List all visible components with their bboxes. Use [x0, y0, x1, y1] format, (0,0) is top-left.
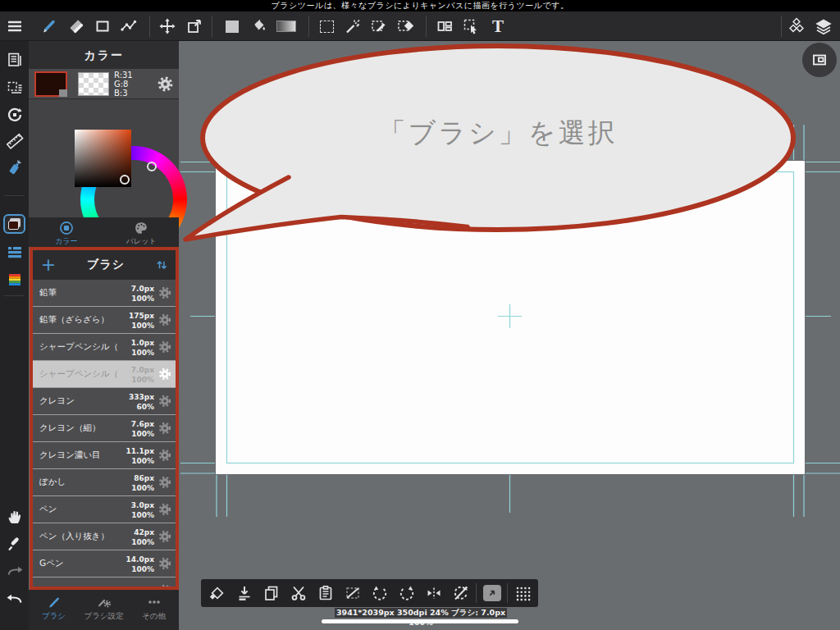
brush-settings-gear-icon[interactable] — [154, 285, 176, 300]
brush-settings-gear-icon[interactable] — [154, 475, 176, 490]
bucket-tool-icon[interactable] — [246, 13, 272, 39]
eyedropper-icon[interactable] — [0, 532, 29, 556]
more-dots-icon — [145, 594, 163, 610]
brush-settings-gear-icon[interactable] — [154, 502, 176, 517]
palette-tab-icon — [132, 220, 150, 236]
brush-row[interactable]: クレヨン（細） 7.6px100% — [33, 415, 176, 442]
left-panel-tabs: ブラシ ブラシ設定 その他 — [29, 590, 179, 630]
brush-settings-gear-icon[interactable] — [154, 394, 176, 409]
brush-row[interactable]: シャープペンシル（HB） 1.0px100% — [33, 334, 176, 361]
add-brush-button[interactable]: + — [33, 251, 64, 279]
brush-settings-gear-icon[interactable] — [154, 448, 176, 463]
brush-row[interactable]: ペン（入り抜き） 42px100% — [33, 523, 176, 550]
transform-select-icon[interactable] — [203, 580, 231, 606]
select-eraser-tool-icon[interactable] — [392, 13, 418, 39]
brush-row[interactable]: 鉛筆 7.0px100% — [33, 280, 176, 307]
brush-settings-gear-icon[interactable] — [154, 421, 176, 436]
move-tool-icon[interactable] — [154, 13, 180, 39]
tab-other[interactable]: その他 — [129, 590, 179, 630]
swatch-row: R:31 G:8 B:3 — [29, 69, 179, 99]
color-tab-icon — [57, 220, 75, 236]
brush-row[interactable]: クレヨン濃い目 11.1px100% — [33, 442, 176, 469]
dots-grid-handle-icon[interactable] — [509, 580, 536, 606]
brush-settings-gear-icon[interactable] — [154, 583, 176, 587]
navigator-button[interactable] — [802, 43, 837, 77]
brush-settings-gear-icon[interactable] — [154, 367, 176, 381]
transparent-color-swatch[interactable] — [78, 72, 109, 96]
palette-colors-panel-icon[interactable] — [0, 267, 29, 292]
deselect-icon[interactable] — [339, 580, 366, 606]
brush-settings-gear-icon[interactable] — [154, 313, 176, 327]
polyline-tool-icon[interactable] — [116, 13, 142, 39]
canvas-viewport[interactable] — [179, 41, 840, 630]
text-tool-icon[interactable]: T — [485, 13, 511, 39]
brush-row-partial[interactable]: 15px — [33, 578, 176, 587]
select-pen-tool-icon[interactable] — [366, 13, 392, 39]
tab-palette[interactable]: パレット — [104, 217, 180, 247]
pages-icon[interactable] — [0, 48, 29, 72]
brush-row[interactable]: Gペン 14.0px100% — [33, 550, 176, 578]
navigator-icon — [810, 50, 829, 70]
rotate-reset-off-icon[interactable] — [447, 580, 474, 606]
rotate-reset-icon[interactable] — [0, 103, 29, 127]
primary-color-swatch[interactable] — [34, 71, 67, 97]
brush-row[interactable]: 鉛筆（ざらざら） 175px100% — [33, 307, 176, 334]
brush-row-selected[interactable]: シャープペンシル（B） 7.0px100% — [33, 361, 176, 388]
brush-list: 鉛筆 7.0px100% 鉛筆（ざらざら） 175px100% シャープペンシル… — [33, 280, 176, 587]
brush-row[interactable]: クレヨン 333px60% — [33, 388, 176, 415]
brush-list-panel-icon[interactable] — [0, 240, 29, 264]
top-toolbar: T — [0, 11, 840, 41]
airbrush-icon[interactable] — [0, 156, 29, 180]
color-wheel[interactable] — [29, 100, 179, 217]
brush-settings-tab-icon — [95, 594, 113, 610]
rotate-cw-icon[interactable] — [393, 580, 420, 606]
cut-scissors-icon[interactable] — [285, 580, 312, 606]
shape-tool-icon[interactable] — [89, 13, 116, 39]
brush-settings-gear-icon[interactable] — [154, 529, 176, 544]
hand-tool-icon[interactable] — [0, 504, 29, 529]
layers-panel-icon[interactable] — [810, 13, 837, 39]
select-rect-tool-icon[interactable] — [313, 13, 340, 39]
sv-marker[interactable] — [120, 175, 130, 185]
brush-settings-gear-icon[interactable] — [154, 340, 176, 354]
brush-panel-title: ブラシ — [64, 258, 148, 272]
marquee-select-icon[interactable] — [0, 75, 29, 100]
brush-settings-gear-icon[interactable] — [154, 556, 176, 571]
brush-row[interactable]: ペン 3.0px100% — [33, 496, 176, 523]
color-settings-gear-icon[interactable] — [157, 75, 174, 96]
ruler-icon[interactable] — [0, 129, 29, 153]
fill-rect-tool-icon[interactable] — [219, 13, 245, 39]
medibang-paint-app: ブラシツールは、様々なブラシによりキャンバスに描画を行うツールです。 — [0, 0, 840, 630]
tab-brush[interactable]: ブラシ — [29, 590, 79, 630]
menu-icon[interactable] — [2, 13, 28, 39]
rgb-r: R:31 — [114, 71, 133, 80]
left-sidebar — [0, 41, 29, 630]
transform-tool-icon[interactable] — [181, 13, 208, 39]
sort-brushes-icon[interactable] — [148, 257, 176, 273]
undo-icon[interactable] — [0, 587, 29, 611]
import-down-icon[interactable] — [231, 580, 258, 606]
home-indicator[interactable] — [322, 619, 518, 623]
gradient-tool-icon[interactable] — [273, 13, 299, 39]
flip-horizontal-icon[interactable] — [420, 580, 447, 606]
eraser-tool-icon[interactable] — [63, 13, 89, 39]
brush-tool-icon[interactable] — [36, 13, 62, 39]
brush-panel-header: + ブラシ — [33, 250, 176, 280]
duplicate-icon[interactable] — [258, 580, 285, 606]
color-swatch-panel-icon[interactable] — [0, 212, 29, 236]
material-panel-icon[interactable] — [783, 13, 810, 39]
image-export-button[interactable] — [478, 580, 505, 606]
magic-wand-tool-icon[interactable] — [340, 13, 366, 39]
tab-brush-settings[interactable]: ブラシ設定 — [79, 590, 129, 630]
hue-marker[interactable] — [147, 162, 157, 171]
rotate-ccw-icon[interactable] — [366, 580, 393, 606]
panel-divide-tool-icon[interactable] — [431, 13, 458, 39]
rgb-readout: R:31 G:8 B:3 — [114, 71, 133, 98]
status-bar: 3941*2039px 350dpi 24% ブラシ: 7.0px 100% — [335, 608, 507, 618]
paste-icon[interactable] — [312, 580, 339, 606]
tab-color[interactable]: カラー — [29, 217, 104, 247]
redo-icon[interactable] — [0, 559, 29, 583]
brush-row[interactable]: ぼかし 86px100% — [33, 469, 176, 496]
select-cursor-tool-icon[interactable] — [458, 13, 484, 39]
tool-hint-bar: ブラシツールは、様々なブラシによりキャンバスに描画を行うツールです。 — [0, 0, 840, 11]
